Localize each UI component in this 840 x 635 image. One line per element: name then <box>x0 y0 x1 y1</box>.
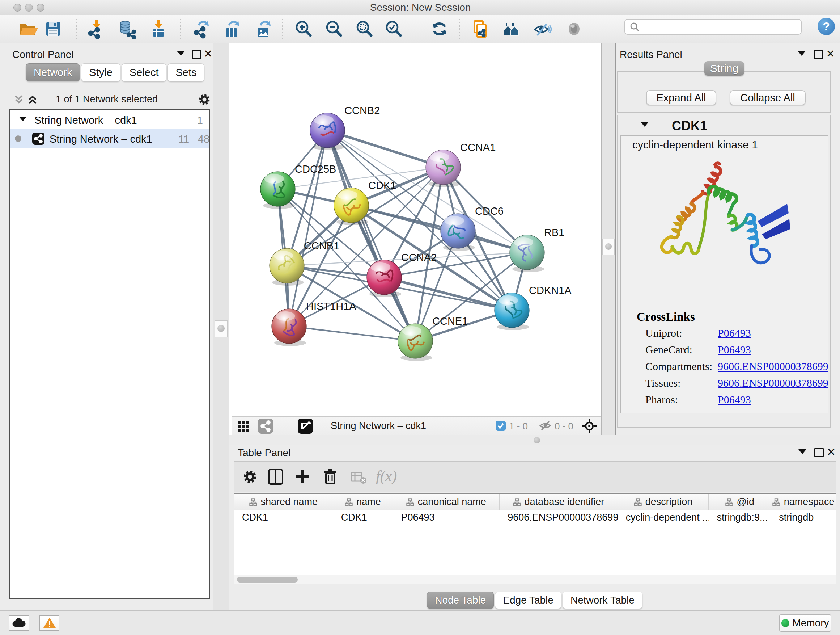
crosslink-link[interactable]: 9606.ENSP00000378699 <box>718 377 828 389</box>
panel-menu-icon[interactable] <box>798 449 806 454</box>
status-bar: Memory <box>0 610 840 635</box>
tab-network[interactable]: Network <box>26 63 80 81</box>
crosslink-row: GeneCard: P06493 <box>645 344 826 360</box>
grid-view-icon[interactable] <box>235 418 252 434</box>
selected-checkbox-icon[interactable] <box>496 421 506 431</box>
column-header[interactable]: name <box>333 494 393 510</box>
copy-style-button[interactable] <box>470 19 490 39</box>
fit-crosshair-icon[interactable] <box>581 418 597 434</box>
panel-float-icon[interactable] <box>814 448 824 457</box>
import-network-from-database-button[interactable] <box>117 19 137 39</box>
network-node-label: CCNA1 <box>460 141 496 153</box>
panel-menu-icon[interactable] <box>798 51 806 56</box>
left-splitter-handle[interactable] <box>215 320 227 337</box>
selected-counts: 1 - 0 <box>509 421 528 432</box>
column-header[interactable]: @id <box>709 494 771 510</box>
network-node-hist1h1a[interactable]: HIST1H1A <box>272 301 356 346</box>
tab-sets[interactable]: Sets <box>167 63 204 81</box>
panel-close-icon[interactable]: ✕ <box>827 448 836 456</box>
share-network-icon[interactable] <box>258 418 273 434</box>
panel-float-icon[interactable] <box>192 50 202 59</box>
crosslink-label: Uniprot: <box>645 327 682 339</box>
birdseye-view-icon[interactable] <box>298 418 313 434</box>
open-session-button[interactable] <box>18 19 38 39</box>
network-node-label: CDKN1A <box>529 285 572 296</box>
expand-all-button[interactable]: Expand All <box>646 90 716 105</box>
zoom-selected-button[interactable] <box>384 19 404 39</box>
crosslink-link[interactable]: P06493 <box>718 344 751 356</box>
horizontal-splitter[interactable] <box>229 435 840 445</box>
panel-float-icon[interactable] <box>813 50 823 59</box>
tab-edge-table[interactable]: Edge Table <box>495 592 561 609</box>
column-header[interactable]: database identifier <box>500 494 618 510</box>
help-button[interactable]: ? <box>818 18 835 35</box>
tab-node-table[interactable]: Node Table <box>427 592 494 609</box>
tab-network-table[interactable]: Network Table <box>562 592 643 609</box>
network-node-cdkn1a[interactable]: CDKN1A <box>494 285 572 330</box>
crosslink-link[interactable]: P06493 <box>718 394 751 406</box>
column-header[interactable]: shared name <box>234 494 333 510</box>
network-node-ccne1[interactable]: CCNE1 <box>398 315 468 361</box>
export-table-button[interactable] <box>222 19 242 39</box>
cell-shared-name: CDK1 <box>234 510 333 524</box>
apply-layout-button[interactable] <box>429 19 450 39</box>
import-network-button[interactable] <box>86 19 106 39</box>
zoom-in-button[interactable] <box>294 19 314 39</box>
network-node-rb1[interactable]: RB1 <box>510 226 564 272</box>
protein-name: CDK1 <box>672 119 707 134</box>
search-input[interactable] <box>643 20 799 34</box>
cloud-button[interactable] <box>9 616 29 631</box>
column-header[interactable]: namespace <box>771 494 836 510</box>
first-neighbors-button[interactable] <box>501 19 521 39</box>
zoom-fit-button[interactable] <box>354 19 374 39</box>
scrollbar-thumb[interactable] <box>237 577 298 583</box>
add-column-icon[interactable] <box>295 469 311 485</box>
memory-button[interactable]: Memory <box>779 614 831 632</box>
delete-table-icon[interactable] <box>351 470 367 485</box>
network-node-ccnb1[interactable]: CCNB1 <box>270 240 339 286</box>
network-canvas[interactable]: CCNB2CCNA1CDC25BCDK1CDC6RB1CCNB1CCNA2CDK… <box>229 43 601 416</box>
hide-selected-button[interactable] <box>532 19 553 39</box>
network-node-label: CDK1 <box>368 180 396 191</box>
horizontal-scrollbar[interactable] <box>234 575 836 584</box>
collapse-all-button[interactable]: Collapse All <box>729 90 806 105</box>
hidden-counts: 0 - 0 <box>554 421 573 432</box>
save-session-button[interactable] <box>43 19 63 39</box>
network-node-ccna1[interactable]: CCNA1 <box>426 141 496 187</box>
panel-menu-icon[interactable] <box>177 51 185 56</box>
application-window: Session: New Session <box>0 0 840 635</box>
gear-icon[interactable] <box>198 93 211 106</box>
table-row[interactable]: CDK1 CDK1 P06493 9606.ENSP00000378699 cy… <box>234 510 836 524</box>
columns-icon[interactable] <box>267 468 284 486</box>
collapse-protein-icon[interactable] <box>641 122 649 127</box>
crosslink-link[interactable]: 9606.ENSP00000378699 <box>718 360 828 372</box>
delete-icon[interactable] <box>323 469 338 485</box>
function-builder-icon[interactable]: f(x) <box>376 467 397 485</box>
panel-close-icon[interactable]: ✕ <box>204 50 213 57</box>
panel-close-icon[interactable]: ✕ <box>826 50 835 57</box>
column-header[interactable]: description <box>618 494 709 510</box>
toolbar-separator <box>285 419 286 432</box>
network-selection-bar: 1 of 1 Network selected <box>0 91 213 109</box>
right-splitter-handle[interactable] <box>602 239 615 255</box>
tab-style[interactable]: Style <box>81 63 120 81</box>
network-row[interactable]: String Network – cdk1 11 48 <box>10 129 210 148</box>
left-splitter[interactable] <box>213 43 229 610</box>
tab-string[interactable]: String <box>704 61 744 76</box>
import-table-button[interactable] <box>148 19 168 39</box>
network-collection-row[interactable]: String Network – cdk1 1 <box>10 111 210 129</box>
warning-button[interactable] <box>39 616 59 631</box>
zoom-out-button[interactable] <box>324 19 344 39</box>
export-image-button[interactable] <box>253 19 273 39</box>
crosslink-link[interactable]: P06493 <box>718 327 751 339</box>
column-header[interactable]: canonical name <box>393 494 500 510</box>
hidden-eye-icon[interactable] <box>538 420 552 431</box>
toolbar-separator <box>76 19 77 39</box>
gear-icon[interactable] <box>242 469 258 485</box>
tab-select[interactable]: Select <box>122 63 167 81</box>
export-network-button[interactable] <box>191 19 212 39</box>
splitter-handle[interactable] <box>534 437 540 443</box>
titlebar: Session: New Session <box>0 0 840 15</box>
show-all-button[interactable] <box>564 19 584 39</box>
collapse-icon[interactable] <box>19 117 27 121</box>
